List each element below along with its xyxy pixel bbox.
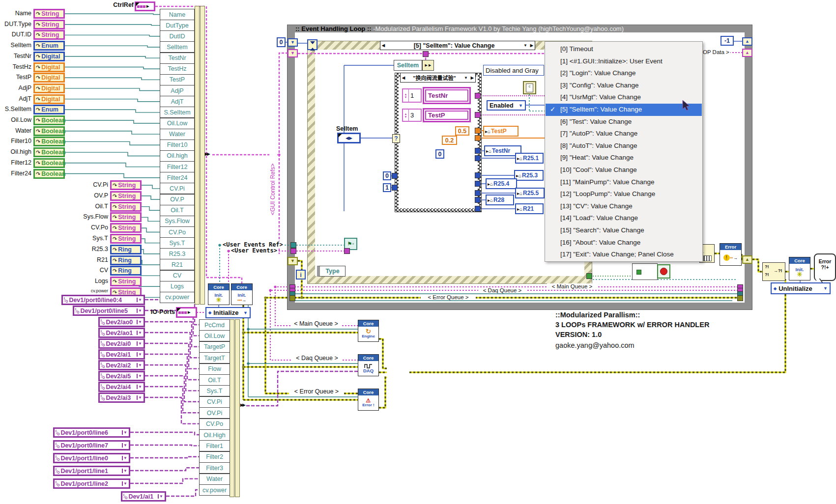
testnr-control[interactable]: TestNr bbox=[423, 87, 471, 104]
daq-channel-Dev1/port0/line7[interactable]: I⁄ODev1/port0/line7▼ bbox=[53, 440, 130, 450]
case-selector-label[interactable]: "换向阀流量试验" bbox=[406, 74, 462, 82]
testp-spinner-value[interactable]: 3 bbox=[409, 110, 421, 121]
menu-item-4[interactable]: [4] "UsrMgt": Value Change bbox=[546, 91, 702, 104]
chevron-down-icon[interactable]: ▼ bbox=[122, 443, 128, 448]
chevron-down-icon[interactable]: ▼ bbox=[137, 341, 143, 346]
terminal-Oil.high[interactable]: ↷Boolean bbox=[33, 147, 65, 157]
terminal-SelItem[interactable]: ↷Enum bbox=[33, 41, 65, 51]
constant-left-0[interactable]: 0 bbox=[383, 171, 391, 180]
menu-item-2[interactable]: [2] "Login": Value Change bbox=[546, 67, 702, 80]
terminal-AdjP[interactable]: ↷Digital bbox=[33, 84, 65, 93]
local-variable-R21[interactable]: ▸⌂R21 bbox=[515, 203, 544, 214]
terminal-Filter10[interactable]: ↷Boolean bbox=[33, 137, 65, 146]
daq-channel-Dev2/ai5[interactable]: I⁄ODev2/ai5▼ bbox=[98, 371, 145, 381]
terminal-CV[interactable]: ↷Ring bbox=[110, 266, 142, 276]
event-selector-prev-icon[interactable]: ◀ bbox=[380, 43, 386, 48]
chevron-down-icon[interactable]: ▼ bbox=[462, 76, 469, 80]
chevron-down-icon[interactable]: ▼ bbox=[137, 374, 143, 378]
simple-error-handler-icon[interactable]: Error ?!+ bbox=[814, 253, 836, 281]
chevron-down-icon[interactable]: ▼ bbox=[122, 481, 128, 486]
chevron-down-icon[interactable]: ▼ bbox=[137, 395, 143, 400]
menu-item-13[interactable]: [13] "CV": Value Change bbox=[546, 200, 702, 213]
terminal-TestHz[interactable]: ↷Digital bbox=[33, 62, 65, 72]
local-variable-R25.3[interactable]: ▸⌂R25.3 bbox=[514, 170, 544, 181]
local-variable-R28[interactable]: ▸⌂R28 bbox=[486, 195, 514, 205]
stop-button[interactable] bbox=[657, 264, 670, 279]
testnr-spinner[interactable]: ▲▼ 1 bbox=[402, 88, 422, 103]
daq-channel-Dev1/port1/line0[interactable]: I⁄ODev1/port1/line0▼ bbox=[53, 453, 130, 463]
event-selector-next-icon[interactable]: ▶ bbox=[529, 43, 535, 48]
chevron-down-icon[interactable]: ▼ bbox=[122, 430, 128, 435]
core-init-right-block[interactable]: Core Init.✳ bbox=[789, 257, 810, 280]
case-next-icon[interactable]: ▶ bbox=[469, 76, 475, 80]
spin-down-icon[interactable]: ▼ bbox=[404, 96, 407, 99]
chevron-down-icon[interactable]: ▼ bbox=[137, 320, 143, 324]
terminal-Filter12[interactable]: ↷Boolean bbox=[33, 158, 65, 168]
timeout-init-constant[interactable]: 0 bbox=[277, 37, 286, 47]
constant-0[interactable]: 0 bbox=[435, 149, 444, 159]
io-ports-ref-icon[interactable]: ▶ bbox=[176, 307, 197, 318]
menu-item-0[interactable]: [0] Timeout bbox=[546, 43, 702, 56]
testp-control[interactable]: TestP bbox=[423, 108, 471, 122]
chevron-down-icon[interactable]: ▼ bbox=[137, 363, 143, 367]
chevron-down-icon[interactable]: ▼ bbox=[122, 456, 128, 460]
case-prev-icon[interactable]: ◀ bbox=[401, 76, 406, 80]
chevron-down-icon[interactable]: ▼ bbox=[823, 286, 828, 291]
chevron-down-icon[interactable]: ▼ bbox=[243, 310, 248, 315]
disabled-string-constant[interactable]: Disabled and Gray bbox=[483, 65, 544, 76]
constant-0-5[interactable]: 0.5 bbox=[455, 126, 469, 136]
daq-channel-Dev2/ao0[interactable]: I⁄ODev2/ao0▼ bbox=[98, 317, 145, 327]
daq-channel-Dev2/ai2[interactable]: I⁄ODev2/ai2▼ bbox=[98, 360, 145, 370]
testnr-spinner-value[interactable]: 1 bbox=[409, 89, 421, 102]
daq-channel-Dev2/ai1[interactable]: I⁄ODev2/ai1▼ bbox=[98, 349, 145, 360]
chevron-down-icon[interactable]: ▼ bbox=[158, 494, 164, 499]
terminal-Logs[interactable]: ↷String bbox=[110, 277, 142, 286]
menu-item-12[interactable]: [12] "LoopPump": Value Change bbox=[546, 188, 702, 200]
boolean-constant-icon[interactable] bbox=[636, 270, 641, 275]
chevron-down-icon[interactable]: ▼ bbox=[137, 308, 143, 313]
daq-channel-Dev2/ai0[interactable]: I⁄ODev2/ai0▼ bbox=[98, 338, 145, 349]
local-variable-R25.5[interactable]: ▸⌂R25.5 bbox=[515, 188, 545, 198]
chevron-down-icon[interactable]: ▼ bbox=[522, 43, 529, 48]
terminal-R25.3[interactable]: ↷Ring bbox=[110, 245, 142, 254]
terminal-Oil.T[interactable]: ↷String bbox=[110, 202, 142, 212]
terminal-TestP[interactable]: ↷Digital bbox=[33, 73, 65, 83]
local-variable-R25.1[interactable]: ▸⌂R25.1 bbox=[515, 153, 544, 164]
terminal-Filter24[interactable]: ↷Boolean bbox=[33, 169, 65, 179]
initialize-enum[interactable]: ◆Initialize▼ bbox=[205, 307, 251, 318]
menu-item-15[interactable]: [15] "Search": Value Change bbox=[546, 224, 702, 237]
menu-item-8[interactable]: [8] "AutoT": Value Change bbox=[546, 140, 702, 152]
menu-item-11[interactable]: [11] "MainPump": Value Change bbox=[546, 176, 702, 189]
menu-item-16[interactable]: [16] "About": Value Change bbox=[546, 237, 702, 249]
terminal-Sys.T[interactable]: ↷String bbox=[110, 234, 142, 244]
menu-item-5[interactable]: [5] "SelItem": Value Change✓ bbox=[546, 104, 702, 116]
chevron-down-icon[interactable]: ▼ bbox=[519, 103, 523, 108]
terminal-TestNr[interactable]: ↷Digital bbox=[33, 52, 65, 61]
chevron-down-icon[interactable]: ▼ bbox=[137, 331, 143, 335]
core-init-star-block[interactable]: Core Init.✳ bbox=[208, 283, 230, 305]
terminal-OV.P[interactable]: ↷String bbox=[110, 191, 142, 201]
terminal-AdjT[interactable]: ↷Digital bbox=[33, 94, 65, 104]
menu-item-14[interactable]: [14] "Load": Value Change bbox=[546, 212, 702, 224]
menu-item-3[interactable]: [3] "Config": Value Change bbox=[546, 80, 702, 92]
daq-channel-Dev2/ao1[interactable]: I⁄ODev2/ao1▼ bbox=[98, 328, 145, 338]
menu-item-10[interactable]: [10] "Cool": Value Change bbox=[546, 164, 702, 176]
enabled-ring-constant[interactable]: Enabled▼ bbox=[487, 100, 526, 111]
constant-0-2[interactable]: 0.2 bbox=[442, 136, 457, 145]
daq-channel-Dev1/port1/line2[interactable]: I⁄ODev1/port1/line2▼ bbox=[53, 478, 130, 489]
terminal-Name[interactable]: ↷String bbox=[33, 9, 65, 19]
menu-item-17[interactable]: [17] "Exit": Value Change; Panel Close bbox=[546, 249, 702, 261]
daq-channel-Dev1/port1/line1[interactable]: I⁄ODev1/port1/line1▼ bbox=[53, 466, 130, 476]
chevron-down-icon[interactable]: ▼ bbox=[137, 298, 143, 302]
local-variable-TestP[interactable]: ▸⌂TestP bbox=[483, 126, 519, 137]
terminal-S.SelItem[interactable]: ↷Enum bbox=[33, 105, 65, 114]
terminal-DUT.Type[interactable]: ↷String bbox=[33, 20, 65, 29]
error-queue-block[interactable]: Error !▪▪→ bbox=[720, 243, 742, 266]
ctrlref-icon[interactable]: ▶ bbox=[135, 1, 155, 11]
testp-spinner[interactable]: ▲▼ 3 bbox=[402, 109, 422, 122]
daq-channel-Dev2/ai4[interactable]: I⁄ODev2/ai4▼ bbox=[98, 382, 145, 392]
terminal-R21[interactable]: ↷Ring bbox=[110, 255, 142, 265]
menu-item-7[interactable]: [7] "AutoP": Value Change bbox=[546, 128, 702, 140]
core-init-queue-block[interactable]: Core Init.▪▪▪→ bbox=[231, 283, 253, 305]
chevron-down-icon[interactable]: ▼ bbox=[122, 469, 128, 473]
